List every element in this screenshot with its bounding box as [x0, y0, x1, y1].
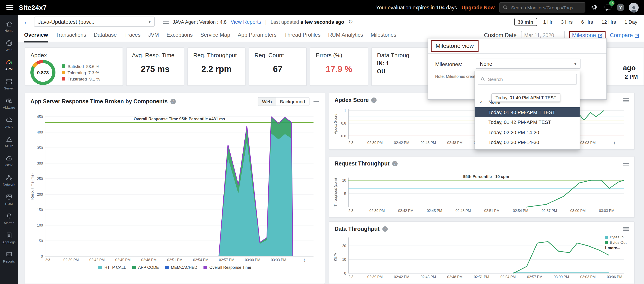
sidebar-item-alarms[interactable]: Alarms: [0, 209, 18, 228]
sidebar-item-gcp[interactable]: GCP: [0, 151, 18, 170]
back-button[interactable]: ←: [23, 18, 30, 26]
sidebar-item-rum[interactable]: RUM: [0, 190, 18, 209]
chart-menu-icon[interactable]: [314, 100, 319, 104]
data-throughput-chart: 010202:3..02:39 PM02:42 PM02:45 PM02:48 …: [333, 234, 630, 280]
refresh-icon[interactable]: ↻: [348, 18, 353, 25]
svg-text:02:48 PM: 02:48 PM: [447, 141, 462, 145]
milestone-button[interactable]: Milestone: [572, 32, 603, 38]
search-icon: [503, 5, 508, 10]
tab-traces[interactable]: Traces: [124, 28, 140, 42]
sidebar-item-reports[interactable]: Reports: [0, 247, 18, 266]
svg-text:20: 20: [342, 244, 346, 248]
monitor-selector[interactable]: Java-Updatetest (paw... ▾: [34, 16, 155, 27]
gcp-icon: [5, 154, 13, 162]
evaluation-notice: Your evaluation expires in 104 days: [376, 5, 457, 10]
svg-text:Apdex Score: Apdex Score: [334, 114, 338, 134]
info-icon[interactable]: i: [392, 161, 398, 166]
topbar-right: Your evaluation expires in 104 days Upgr…: [376, 2, 644, 12]
info-icon[interactable]: i: [170, 99, 176, 104]
tab-thread-profiles[interactable]: Thread Profiles: [284, 28, 321, 42]
chart-title: App Server Response Time Broken by Compo…: [30, 98, 168, 105]
time-range-6-hrs[interactable]: 6 Hrs: [579, 18, 595, 25]
svg-text:02:51 PM: 02:51 PM: [484, 209, 499, 213]
milestone-option[interactable]: Today, 02:30 PM-14-30: [475, 137, 580, 147]
sidebar-item-label: AWS: [5, 124, 13, 128]
sidebar-item-apm[interactable]: APM: [0, 55, 18, 74]
svg-text:2:3..: 2:3..: [348, 209, 355, 213]
user-avatar[interactable]: [629, 2, 639, 12]
chart-menu-icon[interactable]: [623, 162, 629, 166]
milestones-select[interactable]: None ▾: [476, 58, 580, 69]
chart-menu-icon[interactable]: [623, 98, 629, 102]
sidebar-item-label: Azure: [4, 144, 13, 148]
info-icon[interactable]: i: [372, 98, 377, 103]
svg-text:02:48 PM: 02:48 PM: [141, 258, 156, 262]
kpi-line-out: OU: [377, 68, 424, 75]
info-icon[interactable]: i: [382, 226, 388, 232]
global-search[interactable]: [499, 2, 586, 12]
svg-text:02:39 PM: 02:39 PM: [368, 275, 382, 279]
kpi-card-avg-resp-time: Avg. Resp. Time 275 ms: [126, 48, 184, 86]
milestone-search[interactable]: [478, 74, 577, 84]
kpi-title: Avg. Resp. Time: [132, 52, 178, 58]
time-range-30-min[interactable]: 30 min: [514, 18, 537, 26]
svg-text:(: (: [614, 141, 616, 145]
tab-service-map[interactable]: Service Map: [200, 28, 230, 42]
custom-date-label[interactable]: Custom Date: [484, 32, 516, 38]
milestone-option[interactable]: Today, 01:42 PM-APM TEST: [475, 117, 580, 127]
legend-item: HTTP CALL: [98, 265, 126, 270]
sidebar-item-label: Reports: [3, 259, 15, 263]
sidebar-item-applogs[interactable]: AppLogs: [0, 228, 18, 247]
help-button[interactable]: ?: [617, 4, 624, 11]
sidebar-item-web[interactable]: Web: [0, 36, 18, 55]
sidebar-item-home[interactable]: Home: [0, 16, 18, 36]
toggle-web[interactable]: Web: [258, 98, 276, 106]
search-input[interactable]: [510, 4, 582, 10]
azure-icon: [5, 135, 13, 143]
tab-transactions[interactable]: Transactions: [56, 28, 86, 42]
milestone-search-input[interactable]: [487, 76, 574, 82]
kpi-line-in: IN: 1: [377, 60, 424, 67]
time-range-12-hrs[interactable]: 12 Hrs: [599, 18, 618, 25]
main-menu-icon[interactable]: [6, 5, 14, 10]
tabs: OverviewTransactionsDatabaseTracesJVMExc…: [24, 29, 396, 42]
milestone-option[interactable]: Today, 01:40 PM-APM T TEST: [475, 107, 580, 117]
svg-text:02:42 PM: 02:42 PM: [394, 275, 409, 279]
sidebar-item-label: GCP: [5, 163, 13, 167]
apdex-value: 0.873: [30, 60, 56, 85]
announcements-button[interactable]: [590, 3, 599, 12]
time-range-3-hrs[interactable]: 3 Hrs: [559, 18, 575, 25]
tab-milestones[interactable]: Milestones: [371, 28, 396, 42]
svg-text:02:39 PM: 02:39 PM: [64, 258, 79, 262]
sidebar-item-azure[interactable]: Azure: [0, 132, 18, 151]
tab-exceptions[interactable]: Exceptions: [166, 28, 192, 42]
sidebar-item-server[interactable]: Server: [0, 74, 18, 94]
time-range-1-hr[interactable]: 1 Hr: [541, 18, 555, 25]
agent-menu-icon[interactable]: [163, 20, 168, 24]
compare-button[interactable]: Compare: [610, 32, 640, 38]
edit-icon: [634, 33, 640, 38]
tab-app-parameters[interactable]: App Parameters: [238, 28, 276, 42]
tab-rum-analytics[interactable]: RUM Analytics: [328, 28, 363, 42]
upgrade-now-link[interactable]: Upgrade Now: [462, 5, 495, 10]
sidebar-item-network[interactable]: Network: [0, 170, 18, 190]
tab-database[interactable]: Database: [94, 28, 117, 42]
sidebar-item-aws[interactable]: AWS: [0, 113, 18, 132]
sidebar-item-label: APM: [5, 67, 13, 71]
chart-menu-icon[interactable]: [623, 227, 629, 231]
chat-button[interactable]: 15: [603, 3, 612, 12]
svg-text:02:45 PM: 02:45 PM: [427, 209, 442, 213]
tab-overview[interactable]: Overview: [24, 28, 48, 42]
svg-text:02:45 PM: 02:45 PM: [420, 141, 436, 145]
milestone-options: ✓NoneToday, 01:40 PM-APM T TESTToday, 01…: [475, 97, 580, 147]
time-range-1-day[interactable]: 1 Day: [622, 18, 640, 25]
milestone-option[interactable]: Today, 02:20 PM-14-20: [475, 127, 580, 137]
tab-jvm[interactable]: JVM: [148, 28, 159, 42]
toggle-background[interactable]: Background: [276, 98, 309, 106]
network-icon: [5, 174, 13, 181]
svg-text:2:3..: 2:3..: [45, 258, 52, 262]
view-reports-link[interactable]: View Reports: [230, 19, 261, 24]
sidebar-item-vmware[interactable]: VMware: [0, 94, 18, 113]
sidebar-item-label: Alarms: [4, 221, 14, 225]
svg-text:03:03 PM: 03:03 PM: [599, 209, 614, 213]
